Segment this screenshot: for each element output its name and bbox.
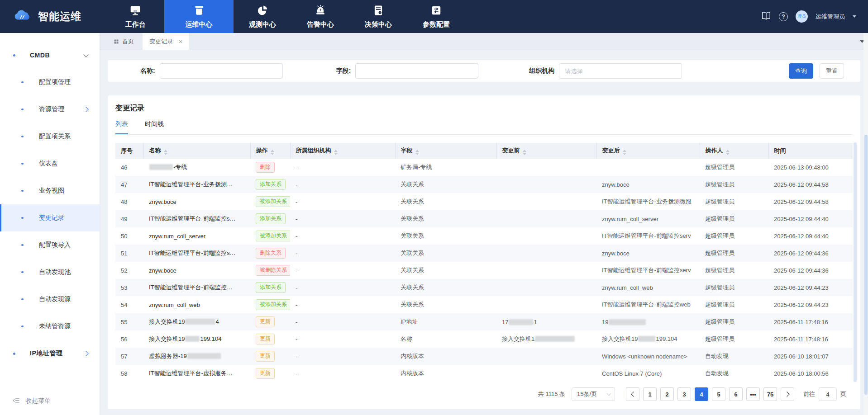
nav-item-ops-center[interactable]: 运维中心 xyxy=(164,0,234,33)
page-scrollbar[interactable] xyxy=(863,33,868,415)
table-row[interactable]: 57虚拟服务器-19更新-内核版本Windows <unknown nodena… xyxy=(115,348,853,365)
page-button-4[interactable]: 4 xyxy=(695,387,708,401)
cell-field: 关联关系 xyxy=(395,227,496,245)
tab-change-records[interactable]: 变更记录× xyxy=(143,33,189,50)
nav-item-observe-center[interactable]: 观测中心 xyxy=(234,0,291,33)
table-row[interactable]: 49IT智能运维管理平台-前端监控s…添加关系-关联关系znyw.rum_col… xyxy=(115,210,853,227)
tab-home[interactable]: 首页 xyxy=(105,33,143,50)
cell-op: 删除关系 xyxy=(250,245,290,262)
next-page-button[interactable] xyxy=(781,387,794,401)
column-header[interactable]: 操作 xyxy=(250,143,290,159)
page-button-1[interactable]: 1 xyxy=(643,387,657,401)
table-row[interactable]: 46-专线删除-矿务局-专线超级管理员2025-06-13 09:48:00 xyxy=(115,159,853,176)
reset-button[interactable]: 重置 xyxy=(820,63,844,79)
sidebar-item-unmanaged-resources[interactable]: 未纳管资源 xyxy=(0,313,100,340)
nav-item-params-config[interactable]: 参数配置 xyxy=(407,0,465,33)
close-icon[interactable]: × xyxy=(179,38,182,45)
cell-op: 被添加关系 xyxy=(250,227,290,245)
sort-icon[interactable] xyxy=(523,150,526,155)
sort-icon[interactable] xyxy=(726,150,730,155)
table-row[interactable]: 51IT智能运维管理平台-前端监控s…删除关系-关联关系znyw.boce超级管… xyxy=(115,245,853,262)
view-tabs: 列表时间线 xyxy=(115,120,853,135)
sort-icon[interactable] xyxy=(164,150,167,155)
manual-book-icon[interactable] xyxy=(761,11,771,23)
sidebar-item-auto-discovery-source[interactable]: 自动发现源 xyxy=(0,286,100,313)
cell-operator: 超级管理员 xyxy=(700,227,768,245)
sidebar-item-config-item-rel[interactable]: 配置项关系 xyxy=(0,123,100,150)
cell-before xyxy=(496,210,596,227)
cell-org: - xyxy=(290,330,395,348)
table-row[interactable]: 54znyw.rum_coll_web被添加关系-关联关系IT智能运维管理平台-… xyxy=(115,296,853,313)
sort-icon[interactable] xyxy=(334,150,338,155)
sidebar-item-ip-address-mgmt[interactable]: IP地址管理 xyxy=(0,340,100,367)
page-button-5[interactable]: 5 xyxy=(712,387,725,401)
operation-tag: 更新 xyxy=(256,368,275,379)
sort-icon[interactable] xyxy=(271,150,274,155)
column-header[interactable]: 操作人 xyxy=(700,143,768,159)
help-icon[interactable]: ? xyxy=(779,12,788,21)
cell-before xyxy=(496,193,596,210)
nav-item-workbench[interactable]: 工作台 xyxy=(106,0,164,33)
cell-field: 关联关系 xyxy=(395,193,496,210)
page-button-2[interactable]: 2 xyxy=(660,387,674,401)
name-input[interactable] xyxy=(160,63,283,79)
user-menu[interactable]: 运维管理员 xyxy=(816,13,845,21)
column-header: 序号 xyxy=(115,143,143,159)
page-scrollbar-thumb[interactable] xyxy=(864,135,868,395)
page-button-6[interactable]: 6 xyxy=(729,387,743,401)
goto-page-input[interactable] xyxy=(819,387,837,401)
collapse-menu-button[interactable]: 收起菜单 xyxy=(0,392,100,410)
table-row[interactable]: 58IT智能运维管理平台-虚拟服务…更新-内核版本CentOS Linux 7 … xyxy=(115,365,853,382)
column-header[interactable]: 名称 xyxy=(143,143,250,159)
cell-op: 更新 xyxy=(250,330,290,348)
cell-operator: 超级管理员 xyxy=(700,296,768,313)
sidebar-item-config-item-mgmt[interactable]: 配置项管理 xyxy=(0,69,100,96)
sidebar-item-business-view[interactable]: 业务视图 xyxy=(0,177,100,204)
workbench-icon xyxy=(129,5,141,18)
table-scrollbar[interactable] xyxy=(854,142,857,382)
table-row[interactable]: 52znyw.boce被删除关系-关联关系IT智能运维管理平台-前端监控serv… xyxy=(115,262,853,279)
org-input[interactable] xyxy=(559,63,682,79)
sort-icon[interactable] xyxy=(415,150,419,155)
chevron-down-icon xyxy=(607,391,611,396)
bullet-icon xyxy=(21,108,24,111)
avatar[interactable]: 理员 xyxy=(796,10,808,23)
table-row[interactable]: 48znyw.boce被添加关系-关联关系IT智能运维管理平台-业务拨测微服超级… xyxy=(115,193,853,210)
column-header[interactable]: 变更后 xyxy=(596,143,700,159)
sidebar-item-change-records[interactable]: 变更记录 xyxy=(0,204,100,231)
sort-icon[interactable] xyxy=(623,150,626,155)
nav-item-alarm-center[interactable]: 告警中心 xyxy=(291,0,349,33)
cell-name: 虚拟服务器-19 xyxy=(143,348,250,365)
page-button-75[interactable]: 75 xyxy=(763,387,777,401)
cell-op: 添加关系 xyxy=(250,279,290,296)
nav-item-decision-center[interactable]: 决策中心 xyxy=(349,0,407,33)
table-row[interactable]: 50znyw.rum_coll_server被添加关系-关联关系IT智能运维管理… xyxy=(115,227,853,245)
search-button[interactable]: 查询 xyxy=(789,63,813,79)
page-button-3[interactable]: 3 xyxy=(677,387,691,401)
cell-time: 2025-06-10 18:01:07 xyxy=(768,348,853,365)
column-header[interactable]: 字段 xyxy=(395,143,496,159)
cell-op: 被添加关系 xyxy=(250,296,290,313)
cell-time: 2025-06-12 09:44:23 xyxy=(768,279,853,296)
redacted-text xyxy=(609,319,646,325)
table-row[interactable]: 56接入交换机19199.104更新-名称接入交换机1接入交换机19199.10… xyxy=(115,330,853,348)
table-row[interactable]: 47IT智能运维管理平台-业务拨测…添加关系-关联关系znyw.boce超级管理… xyxy=(115,176,853,193)
table-row[interactable]: 53IT智能运维管理平台-前端监控…添加关系-关联关系znyw.rum_coll… xyxy=(115,279,853,296)
table-row[interactable]: 55接入交换机194更新-IP地址17119超级管理员2025-06-11 17… xyxy=(115,313,853,330)
sidebar-item-auto-discovery-pool[interactable]: 自动发现池 xyxy=(0,259,100,286)
cell-seq: 55 xyxy=(115,313,143,330)
column-header[interactable]: 所属组织机构 xyxy=(290,143,395,159)
page-size-select[interactable]: 15条/页 xyxy=(572,387,615,401)
field-input[interactable] xyxy=(355,63,478,79)
sidebar-item-config-item-import[interactable]: 配置项导入 xyxy=(0,231,100,259)
sidebar-item-resource-mgmt[interactable]: 资源管理 xyxy=(0,96,100,123)
sidebar-item-cmdb[interactable]: CMDB xyxy=(0,42,100,69)
pager-ellipsis[interactable]: ••• xyxy=(746,387,760,401)
user-caret-icon[interactable] xyxy=(853,15,856,18)
sidebar-item-dashboard[interactable]: 仪表盘 xyxy=(0,150,100,177)
view-tab-list[interactable]: 列表 xyxy=(115,120,128,134)
prev-page-button[interactable] xyxy=(626,387,639,401)
view-tab-timeline[interactable]: 时间线 xyxy=(145,120,164,134)
sidebar-item-label: 自动发现源 xyxy=(39,295,71,303)
column-header[interactable]: 变更前 xyxy=(496,143,596,159)
